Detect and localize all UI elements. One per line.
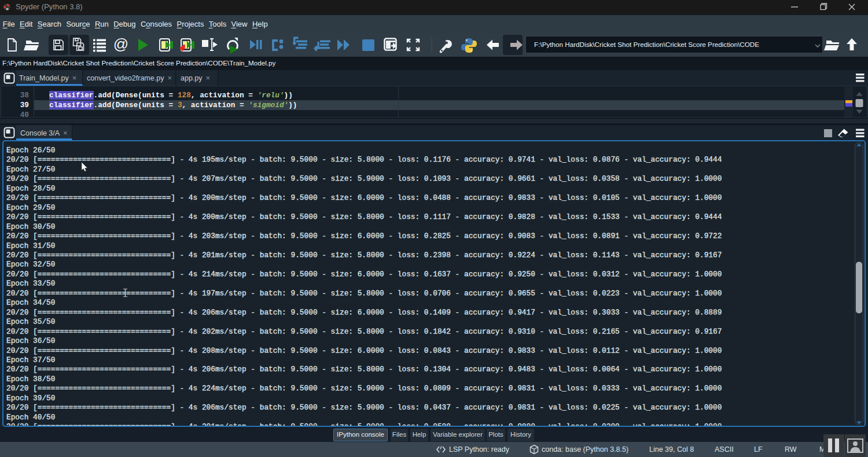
svg-text:@: @ bbox=[113, 35, 128, 53]
